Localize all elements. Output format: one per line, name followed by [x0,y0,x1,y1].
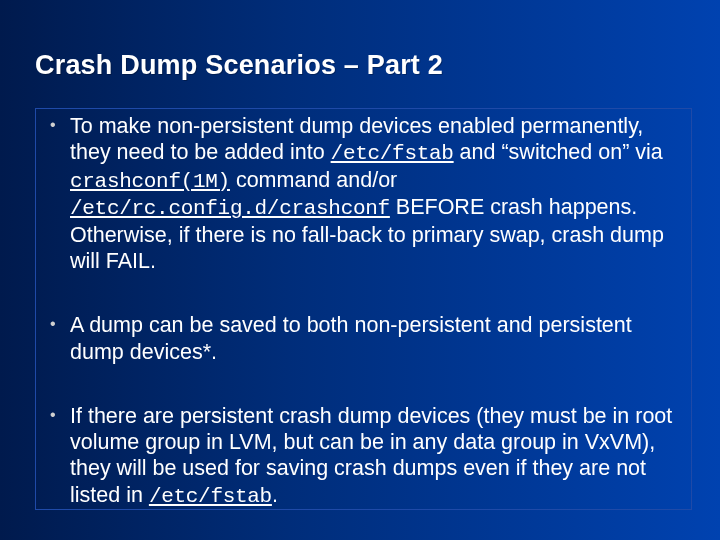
bullet-3-code-a: /etc/fstab [149,485,272,508]
bullet-2-text: A dump can be saved to both non-persiste… [70,313,632,363]
bullet-1: To make non-persistent dump devices enab… [48,113,673,274]
bullet-1-text-c: command and/or [230,168,397,192]
bullet-3-text-b: . [272,483,278,507]
bullet-2: A dump can be saved to both non-persiste… [48,312,673,364]
bullet-3: If there are persistent crash dump devic… [48,403,673,509]
slide-title: Crash Dump Scenarios – Part 2 [35,50,690,81]
bullet-1-text-b: and “switched on” via [454,140,663,164]
bullet-list: To make non-persistent dump devices enab… [48,113,673,509]
bullet-1-code-c: /etc/rc.config.d/crashconf [70,197,390,220]
bullet-1-code-b: crashconf(1M) [70,170,230,193]
bullet-1-code-a: /etc/fstab [331,142,454,165]
content-box: To make non-persistent dump devices enab… [35,108,692,510]
slide: Crash Dump Scenarios – Part 2 To make no… [0,0,720,540]
